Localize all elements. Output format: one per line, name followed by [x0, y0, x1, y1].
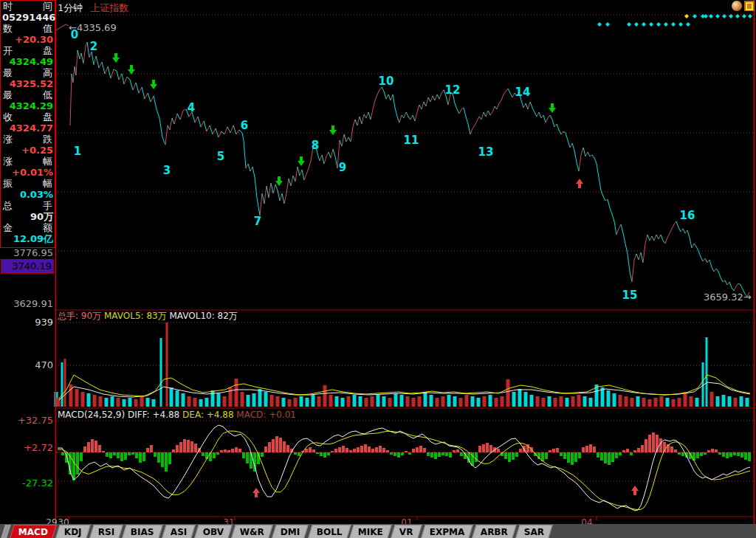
macd-hist-up: [715, 449, 718, 452]
quote-value-row-6: +0.25: [1, 145, 55, 156]
mavol10-line: [59, 382, 750, 400]
tab-obv[interactable]: OBV: [194, 525, 233, 538]
volume-panel-header: 总手: 90万 MAVOL5: 83万 MAVOL10: 82万: [58, 310, 238, 323]
macd-value-label: MACD: +0.01: [236, 410, 296, 420]
price-line-segment: [302, 170, 304, 180]
volume-bar: [365, 398, 368, 407]
price-line-segment: [504, 92, 506, 94]
volume-bar: [625, 396, 628, 407]
volume-bar: [471, 396, 475, 407]
price-line-segment: [309, 161, 311, 168]
volume-bar: [740, 396, 743, 407]
volume-bar: [577, 395, 581, 407]
tab-mike[interactable]: MIKE: [349, 525, 391, 538]
price-line-segment: [665, 238, 667, 244]
macd-hist-down: [250, 452, 252, 469]
signal-diamond: [678, 22, 683, 27]
tab-macd[interactable]: MACD: [10, 525, 57, 538]
macd-hist-up: [489, 445, 492, 452]
price-line-segment: [162, 137, 165, 145]
macd-hist-down: [700, 452, 703, 456]
tab-sar[interactable]: SAR: [515, 525, 553, 538]
tab-expma[interactable]: EXPMA: [421, 525, 473, 538]
tab-label: MIKE: [352, 525, 389, 538]
volume-bar: [518, 389, 522, 407]
signal-diamond: [597, 22, 602, 27]
price-line-segment: [636, 254, 639, 260]
price-line-segment: [701, 257, 703, 261]
signal-diamond: [605, 22, 610, 27]
price-line-segment: [548, 115, 550, 118]
tab-kdj[interactable]: KDJ: [55, 525, 90, 538]
quote-label-row-7: 涨幅: [1, 156, 55, 167]
tab-arbr[interactable]: ARBR: [472, 525, 516, 538]
price-line-segment: [393, 94, 395, 108]
price-line-segment: [608, 199, 610, 208]
price-line-segment: [430, 96, 433, 102]
sell-signal-arrow: [112, 53, 120, 63]
wave-number-label: 16: [680, 209, 695, 222]
volume-bar: [93, 395, 97, 407]
sell-signal-arrow: [275, 176, 283, 186]
macd-hist-up: [190, 441, 193, 452]
tab-boll[interactable]: BOLL: [308, 525, 351, 538]
price-line-segment: [455, 103, 457, 109]
price-line-segment: [375, 94, 377, 100]
app-logo-icon[interactable]: [732, 1, 742, 11]
period-label[interactable]: 1分钟: [58, 1, 83, 15]
price-line-segment: [497, 103, 499, 109]
tab-dmi[interactable]: DMI: [272, 525, 309, 538]
price-line-segment: [528, 102, 530, 109]
macd-hist-up: [309, 447, 312, 452]
macd-hist-down: [504, 452, 507, 459]
macd-hist-up: [711, 449, 714, 452]
price-line-segment: [413, 115, 415, 121]
volume-bar: [81, 392, 85, 407]
window-restore-icon[interactable]: [744, 1, 755, 11]
wave-number-label: 12: [445, 83, 461, 97]
macd-hist-up: [645, 439, 647, 452]
price-line-segment: [289, 179, 291, 186]
volume-bar: [329, 395, 333, 407]
wave-number-label: 2: [90, 40, 97, 53]
volume-bar: [160, 338, 162, 407]
price-line-segment: [630, 272, 632, 282]
price-line-segment: [632, 260, 634, 282]
symbol-label[interactable]: 上证指数: [90, 1, 128, 15]
price-line-segment: [486, 111, 488, 117]
price-line-segment: [599, 177, 601, 190]
price-line-segment: [117, 71, 119, 80]
tab-vr[interactable]: VR: [391, 525, 422, 538]
macd-hist-down: [320, 452, 323, 456]
tab-rsi[interactable]: RSI: [89, 525, 123, 538]
quote-value-row-7: +0.01%: [1, 167, 55, 178]
tab-asi[interactable]: ASI: [162, 525, 196, 538]
price-line-segment: [461, 108, 464, 109]
price-line-segment: [727, 282, 729, 285]
volume-bar: [642, 398, 646, 407]
volume-bar: [294, 398, 298, 407]
volume-bar: [566, 398, 569, 407]
price-line-segment: [151, 96, 154, 102]
price-line-segment: [479, 117, 481, 120]
price-line-segment: [353, 120, 355, 127]
tab-bias[interactable]: BIAS: [122, 525, 162, 538]
macd-hist-up: [224, 449, 227, 452]
price-line-segment: [346, 137, 348, 142]
macd-hist-down: [117, 452, 120, 458]
price-line-segment: [70, 74, 72, 125]
price-line-segment: [490, 112, 492, 115]
macd-hist-down: [733, 452, 736, 455]
tab-wr[interactable]: W&R: [231, 525, 272, 538]
quote-label-row-10: 金额: [1, 222, 55, 233]
volume-bar: [728, 396, 732, 407]
price-line-segment: [73, 66, 75, 83]
chart-canvas[interactable]: 012345678910111213141516←4335.693659.32→: [0, 0, 756, 538]
price-line-segment: [623, 233, 625, 244]
price-line-segment: [670, 229, 672, 233]
price-line-segment: [322, 155, 324, 164]
macd-hist-up: [371, 449, 374, 452]
price-line-segment: [329, 152, 331, 158]
price-line-segment: [645, 235, 647, 244]
macd-hist-down: [560, 452, 563, 456]
